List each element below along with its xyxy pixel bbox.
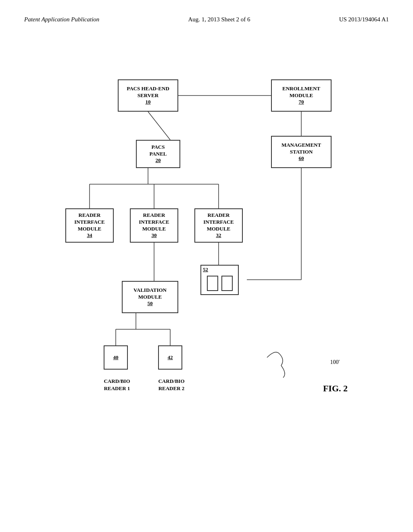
pacs-head-end-box: PACS HEAD-ENDSERVER 10 xyxy=(118,79,178,112)
header-center: Aug. 1, 2013 Sheet 2 of 6 xyxy=(188,16,250,23)
figure-label: FIG. 2 xyxy=(323,383,348,394)
diagram: PACS HEAD-ENDSERVER 10 ENROLLMENTMODULE … xyxy=(33,47,380,490)
enrollment-ref: 70 xyxy=(299,99,304,106)
page-header: Patent Application Publication Aug. 1, 2… xyxy=(24,16,389,23)
enrollment-box: ENROLLMENTMODULE 70 xyxy=(271,79,332,112)
rim-34-ref: 34 xyxy=(87,232,92,239)
rim-32-label: READERINTERFACEMODULE xyxy=(203,212,234,233)
management-ref: 60 xyxy=(299,155,304,162)
card-bio-reader-2-label: CARD/BIOREADER 2 xyxy=(147,378,196,392)
page: Patent Application Publication Aug. 1, 2… xyxy=(0,0,413,532)
header-left: Patent Application Publication xyxy=(24,16,99,23)
validation-label: VALIDATIONMODULE xyxy=(133,287,167,301)
rim-32-box: READERINTERFACEMODULE 32 xyxy=(194,208,243,243)
box-40: 40 xyxy=(104,345,128,370)
rim-34-box: READERINTERFACEMODULE 34 xyxy=(65,208,114,243)
card-bio-reader-1-label: CARD/BIOREADER 1 xyxy=(93,378,141,392)
rim-32-ref: 32 xyxy=(216,232,221,239)
pacs-panel-box: PACSPANEL 20 xyxy=(136,140,180,168)
rim-30-ref: 30 xyxy=(152,232,157,239)
validation-box: VALIDATIONMODULE 50 xyxy=(122,281,178,313)
enrollment-label: ENROLLMENTMODULE xyxy=(282,85,320,99)
management-box: MANAGEMENTSTATION 60 xyxy=(271,136,332,168)
box-42: 42 xyxy=(158,345,182,370)
rim-30-box: READERINTERFACEMODULE 30 xyxy=(130,208,178,243)
box-52: 52 xyxy=(200,265,239,295)
management-label: MANAGEMENTSTATION xyxy=(282,142,321,156)
pacs-panel-ref: 20 xyxy=(156,157,161,164)
box-40-ref: 40 xyxy=(113,354,119,361)
box-42-ref: 42 xyxy=(168,354,173,361)
header-right: US 2013/194064 A1 xyxy=(339,16,389,23)
pacs-panel-label: PACSPANEL xyxy=(149,144,167,158)
pacs-head-end-label: PACS HEAD-ENDSERVER xyxy=(127,85,169,99)
validation-ref: 50 xyxy=(148,300,153,307)
pacs-head-end-ref: 10 xyxy=(146,99,151,106)
rim-30-label: READERINTERFACEMODULE xyxy=(139,212,169,233)
box-52-ref: 52 xyxy=(203,266,208,273)
ref-100-label: 100' xyxy=(330,359,340,366)
rim-34-label: READERINTERFACEMODULE xyxy=(74,212,105,233)
svg-line-0 xyxy=(148,112,170,140)
